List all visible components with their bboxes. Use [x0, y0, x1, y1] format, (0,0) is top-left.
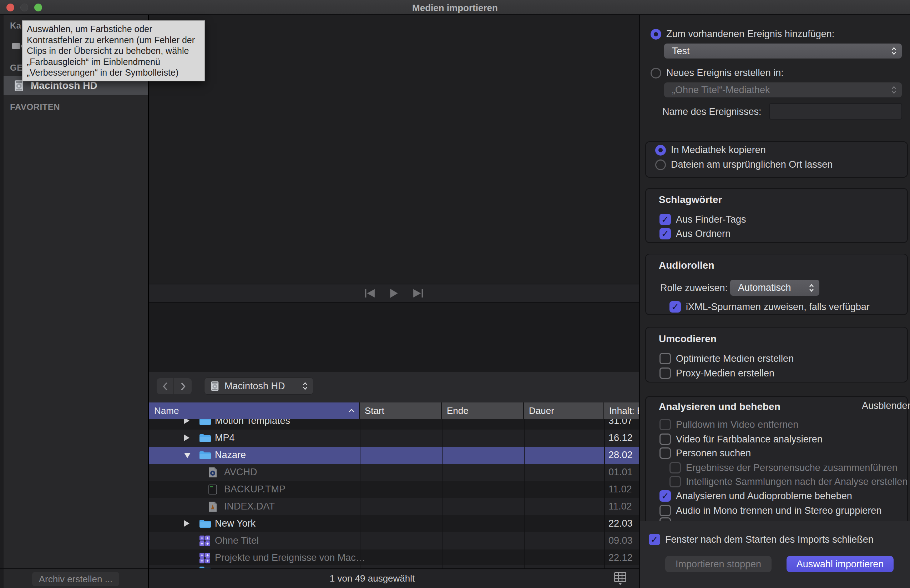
volume-selector-label: Macintosh HD [225, 381, 285, 392]
checkbox-checked-icon[interactable] [659, 490, 671, 502]
analyze-title: Analysieren und beheben [659, 401, 781, 412]
sidebar-item-label: Macintosh HD [31, 80, 97, 91]
existing-event-popup[interactable]: Test [664, 44, 902, 58]
separate-mono-option[interactable]: Audio in Mono trennen und in Stereo grup… [659, 505, 881, 516]
assign-role-label: Rolle zuweisen: [660, 283, 727, 294]
popup-chevrons-icon [302, 381, 308, 391]
selection-status: 1 von 49 ausgewählt [149, 573, 595, 584]
column-header-start[interactable]: Start [360, 402, 442, 419]
checkbox-unchecked-icon [659, 419, 671, 430]
filmstrip-view-button[interactable] [613, 572, 628, 586]
column-divider [604, 419, 605, 569]
audio-roles-title: Audiorollen [659, 260, 714, 271]
table-row[interactable]: AVCHD 01.01 [149, 464, 639, 481]
table-row-selected[interactable]: Nazare 28.02 [149, 447, 639, 464]
table-row[interactable]: BACKUP.TMP 11.02 [149, 481, 639, 498]
stop-import-button: Importieren stoppen [665, 556, 771, 572]
disclosure-collapsed-icon[interactable] [184, 520, 189, 527]
radio-selected-icon[interactable] [655, 145, 666, 155]
table-row[interactable]: MP4 16.12 [149, 430, 639, 447]
table-row[interactable]: New York 22.03 [149, 515, 639, 532]
sidebar-edge [0, 15, 3, 588]
dat-file-icon [208, 501, 217, 512]
checkbox-checked-icon[interactable] [659, 228, 671, 239]
leave-in-place-option[interactable]: Dateien am ursprünglichen Ort lassen [655, 159, 832, 170]
folder-icon [199, 433, 211, 443]
column-header-dauer[interactable]: Dauer [524, 402, 604, 419]
folder-icon [199, 519, 211, 528]
proxy-media-option[interactable]: Proxy-Medien erstellen [659, 367, 774, 379]
checkbox-checked-icon[interactable] [659, 214, 671, 225]
keywords-title: Schlagwörter [659, 194, 722, 205]
skip-back-button[interactable] [363, 288, 376, 299]
popup-chevrons-icon [809, 283, 815, 292]
optimized-media-option[interactable]: Optimierte Medien erstellen [659, 353, 794, 364]
event-name-input[interactable] [769, 103, 902, 120]
smart-collections-option: Intelligente Sammlungen nach der Analyse… [669, 476, 907, 487]
column-divider [524, 419, 525, 569]
hide-section-link[interactable]: Ausblenden [862, 400, 896, 411]
back-button[interactable] [157, 378, 174, 394]
column-header-ende[interactable]: Ende [442, 402, 524, 419]
ixml-option[interactable]: iXML-Spurnamen zuweisen, falls verfügbar [669, 301, 870, 313]
checkbox-unchecked-icon [669, 462, 681, 473]
column-divider [360, 419, 360, 569]
tmp-file-icon [208, 484, 217, 495]
color-balance-option[interactable]: Video für Farbbalance analysieren [659, 433, 823, 445]
navigation-control [157, 378, 192, 394]
checkbox-unchecked-icon[interactable] [659, 505, 671, 516]
file-table: Motion Templates 31.07 MP4 16.12 Nazare … [149, 419, 639, 569]
transcode-title: Umcodieren [659, 333, 716, 345]
hard-drive-icon [13, 79, 25, 92]
table-row[interactable]: Projekte und Ereignisse von Mac… 22.12 [149, 549, 639, 567]
window-title: Medien importieren [0, 3, 910, 14]
tooltip: Auswählen, um Farbstiche oder Kontrastfe… [22, 20, 205, 81]
popup-chevrons-icon [891, 46, 897, 56]
from-folders-option[interactable]: Aus Ordnern [659, 228, 731, 239]
checkbox-checked-icon[interactable] [669, 301, 681, 313]
radio-unselected-icon[interactable] [655, 160, 666, 170]
table-row-partial[interactable] [149, 565, 639, 569]
column-header-inhalt[interactable]: Inhalt: E [604, 402, 639, 419]
popup-chevrons-icon [891, 85, 897, 95]
checkbox-unchecked-icon[interactable] [659, 353, 671, 364]
sidebar [0, 15, 148, 588]
import-selection-button[interactable]: Auswahl importieren [787, 556, 894, 572]
create-new-event-option[interactable]: Neues Ereignis erstellen in: [651, 68, 784, 79]
disclosure-collapsed-icon[interactable] [184, 435, 189, 441]
sort-ascending-icon [348, 409, 355, 413]
forward-button[interactable] [174, 378, 192, 394]
radio-unselected-icon[interactable] [651, 68, 661, 79]
sidebar-section-favoriten: FAVORITEN [10, 102, 60, 112]
avchd-file-icon [208, 467, 217, 478]
add-to-existing-event-option[interactable]: Zum vorhandenen Ereignis hinzufügen: [651, 29, 834, 40]
folder-icon [199, 566, 211, 569]
column-header-name[interactable]: Name [149, 402, 360, 419]
checkbox-checked-icon[interactable] [649, 534, 660, 545]
checkbox-unchecked-icon[interactable] [659, 433, 671, 445]
volume-selector-popup[interactable]: Macintosh HD [204, 378, 313, 395]
checkbox-unchecked-icon[interactable] [659, 447, 671, 459]
find-people-option[interactable]: Personen suchen [659, 447, 751, 459]
table-row[interactable]: Ohne Titel 09.03 [149, 532, 639, 549]
fix-audio-option[interactable]: Analysieren und Audioprobleme beheben [659, 490, 852, 502]
copy-to-library-option[interactable]: In Mediathek kopieren [655, 144, 766, 155]
disclosure-collapsed-icon[interactable] [184, 419, 189, 424]
disclosure-expanded-icon[interactable] [184, 453, 191, 458]
sidebar-footer-divider [0, 569, 149, 569]
create-archive-button[interactable]: Archiv erstellen ... [32, 572, 119, 586]
filmstrip-area [149, 302, 639, 372]
checkbox-unchecked-icon[interactable] [659, 367, 671, 379]
table-row[interactable]: Motion Templates 31.07 [149, 419, 639, 430]
import-footer-panel [640, 521, 910, 588]
event-name-label: Name des Ereignisses: [662, 106, 761, 117]
close-after-import-option[interactable]: Fenster nach dem Starten des Imports sch… [649, 534, 874, 545]
table-row[interactable]: INDEX.DAT 11.02 [149, 498, 639, 515]
play-button[interactable] [388, 288, 401, 299]
radio-selected-icon[interactable] [651, 29, 661, 40]
assign-role-popup[interactable]: Automatisch [730, 280, 819, 296]
hard-drive-icon [210, 381, 220, 391]
skip-forward-button[interactable] [412, 288, 425, 299]
finder-tags-option[interactable]: Aus Finder-Tags [659, 214, 746, 225]
library-icon [199, 552, 210, 564]
